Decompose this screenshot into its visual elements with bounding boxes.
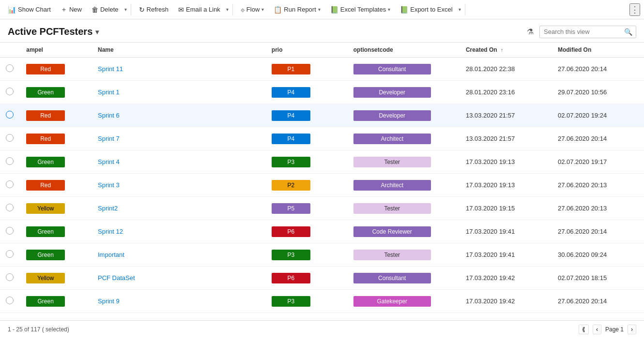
row-created-5: 17.03.2020 19:13	[460, 174, 552, 197]
run-report-button[interactable]: 📋 Run Report ▾	[270, 4, 324, 15]
export-dropdown-chevron[interactable]: ▾	[459, 7, 461, 12]
row-check-2[interactable]	[0, 104, 20, 127]
checkbox-circle[interactable]	[6, 204, 14, 211]
excel-templates-dropdown-chevron[interactable]: ▾	[388, 7, 390, 12]
row-ampel-1: Green	[20, 81, 92, 104]
row-check-10[interactable]	[0, 290, 20, 313]
row-name-2[interactable]: Sprint 6	[92, 104, 266, 127]
sort-arrow-created: ↑	[501, 47, 503, 53]
row-name-0[interactable]: Sprint 11	[92, 58, 266, 81]
more-options-button[interactable]: ⋮	[629, 3, 640, 16]
checkbox-circle[interactable]	[6, 157, 14, 165]
optset-badge: Tester	[353, 203, 431, 214]
row-check-6[interactable]	[0, 197, 20, 220]
new-label: New	[69, 6, 82, 13]
checkbox-circle[interactable]	[6, 88, 14, 95]
record-name-link[interactable]: PCF DataSet	[98, 274, 135, 282]
row-ampel-10: Green	[20, 290, 92, 313]
table-row: Yellow Sprint2 P5 Tester 17.03.2020 19:1…	[0, 197, 644, 220]
row-name-10[interactable]: Sprint 9	[92, 290, 266, 313]
record-name-link[interactable]: Sprint 9	[98, 297, 120, 305]
email-link-label: Email a Link	[186, 6, 220, 13]
row-check-3[interactable]	[0, 127, 20, 150]
row-prio-7: P6	[266, 220, 348, 243]
record-name-link[interactable]: Sprint 6	[98, 112, 120, 119]
flow-dropdown-chevron[interactable]: ▾	[261, 7, 264, 12]
row-name-5[interactable]: Sprint 3	[92, 174, 266, 197]
row-optset-0: Consultant	[348, 58, 460, 81]
row-name-4[interactable]: Sprint 4	[92, 150, 266, 174]
row-optset-4: Tester	[348, 150, 460, 174]
table-row: Red Sprint 11 P1 Consultant 28.01.2020 2…	[0, 58, 644, 81]
optset-badge: Tester	[353, 157, 431, 167]
column-header-ampel[interactable]: ampel	[20, 43, 92, 58]
export-excel-button[interactable]: 📗 Export to Excel	[396, 4, 456, 15]
row-modified-3: 27.06.2020 20:14	[552, 127, 644, 150]
new-button[interactable]: ＋ New	[57, 3, 86, 16]
excel-templates-button[interactable]: 📗 Excel Templates ▾	[326, 4, 394, 15]
row-modified-7: 27.06.2020 20:14	[552, 220, 644, 243]
delete-dropdown-chevron[interactable]: ▾	[124, 7, 127, 12]
delete-button[interactable]: 🗑 Delete	[88, 4, 123, 15]
chart-icon: 📊	[8, 6, 16, 14]
record-name-link[interactable]: Important	[98, 251, 124, 258]
checkbox-circle[interactable]	[6, 273, 14, 281]
row-check-9[interactable]	[0, 267, 20, 290]
ampel-badge: Red	[26, 134, 65, 144]
row-prio-5: P2	[266, 174, 348, 197]
row-ampel-0: Red	[20, 58, 92, 81]
row-check-5[interactable]	[0, 174, 20, 197]
row-optset-7: Code Reviewer	[348, 220, 460, 243]
column-header-created-on[interactable]: Created On ↑	[460, 43, 552, 58]
row-prio-3: P4	[266, 127, 348, 150]
checkbox-circle[interactable]	[6, 297, 14, 304]
record-name-link[interactable]: Sprint 12	[98, 228, 123, 235]
checkbox-circle[interactable]	[6, 134, 14, 142]
row-check-8[interactable]	[0, 243, 20, 267]
column-header-prio[interactable]: prio	[266, 43, 348, 58]
record-name-link[interactable]: Sprint2	[98, 205, 118, 212]
search-icon: 🔍	[624, 28, 632, 36]
row-name-1[interactable]: Sprint 1	[92, 81, 266, 104]
checkbox-circle[interactable]	[6, 180, 14, 188]
footer: 1 - 25 of 117 ( selected) ⟪ ‹ Page 1 ›	[0, 320, 644, 338]
record-name-link[interactable]: Sprint 1	[98, 89, 120, 96]
checkbox-circle[interactable]	[6, 227, 14, 235]
first-page-button[interactable]: ⟪	[579, 325, 589, 334]
show-chart-button[interactable]: 📊 Show Chart	[4, 4, 55, 15]
email-link-button[interactable]: ✉ Email a Link	[174, 4, 224, 15]
row-name-3[interactable]: Sprint 7	[92, 127, 266, 150]
record-name-link[interactable]: Sprint 4	[98, 158, 120, 165]
prev-page-button[interactable]: ‹	[593, 325, 601, 334]
row-modified-6: 27.06.2020 20:13	[552, 197, 644, 220]
data-table: ampel Name prio optionsetcode Created On…	[0, 43, 644, 313]
column-header-modified-on[interactable]: Modified On	[552, 43, 644, 58]
next-page-button[interactable]: ›	[628, 325, 636, 334]
email-dropdown-chevron[interactable]: ▾	[226, 7, 229, 12]
record-name-link[interactable]: Sprint 3	[98, 181, 120, 189]
refresh-button[interactable]: ↻ Refresh	[135, 4, 173, 15]
row-name-9[interactable]: PCF DataSet	[92, 267, 266, 290]
optset-badge: Developer	[353, 87, 431, 98]
record-name-link[interactable]: Sprint 7	[98, 135, 120, 142]
column-header-check	[0, 43, 20, 58]
column-header-name[interactable]: Name	[92, 43, 266, 58]
filter-icon[interactable]: ⚗	[525, 25, 536, 38]
row-name-8[interactable]: Important	[92, 243, 266, 267]
row-check-0[interactable]	[0, 58, 20, 81]
row-check-7[interactable]	[0, 220, 20, 243]
checkbox-circle[interactable]	[6, 111, 14, 119]
row-name-7[interactable]: Sprint 12	[92, 220, 266, 243]
row-check-4[interactable]	[0, 150, 20, 174]
search-input[interactable]	[544, 28, 621, 35]
table-row: Red Sprint 7 P4 Architect 13.03.2020 21:…	[0, 127, 644, 150]
column-header-optionsetcode[interactable]: optionsetcode	[348, 43, 460, 58]
flow-button[interactable]: ⟐ Flow ▾	[237, 4, 268, 15]
checkbox-circle[interactable]	[6, 250, 14, 258]
row-check-1[interactable]	[0, 81, 20, 104]
row-name-6[interactable]: Sprint2	[92, 197, 266, 220]
run-report-dropdown-chevron[interactable]: ▾	[318, 7, 321, 12]
record-name-link[interactable]: Sprint 11	[98, 65, 123, 73]
checkbox-circle[interactable]	[6, 64, 14, 72]
view-title-dropdown-chevron[interactable]: ▾	[95, 28, 99, 36]
